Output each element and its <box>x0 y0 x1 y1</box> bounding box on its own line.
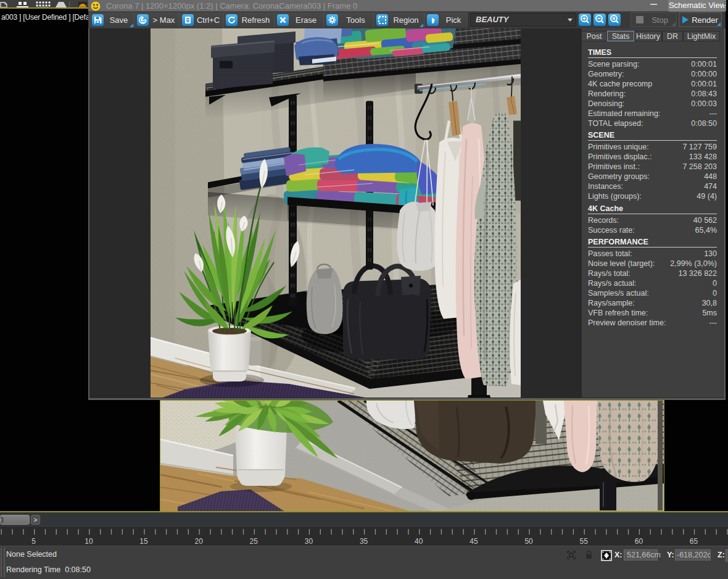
svg-text:40: 40 <box>415 537 423 546</box>
svg-text:25: 25 <box>250 537 259 546</box>
svg-text:55: 55 <box>580 537 589 546</box>
svg-text:60: 60 <box>635 537 643 546</box>
svg-text:65: 65 <box>690 537 698 546</box>
svg-text:10: 10 <box>85 537 93 546</box>
svg-text:45: 45 <box>469 537 478 546</box>
svg-text:50: 50 <box>524 537 533 546</box>
svg-text:5: 5 <box>31 537 36 546</box>
svg-text:35: 35 <box>360 537 368 546</box>
svg-text:15: 15 <box>139 537 148 546</box>
svg-text:30: 30 <box>305 537 313 546</box>
svg-text:20: 20 <box>195 537 204 546</box>
